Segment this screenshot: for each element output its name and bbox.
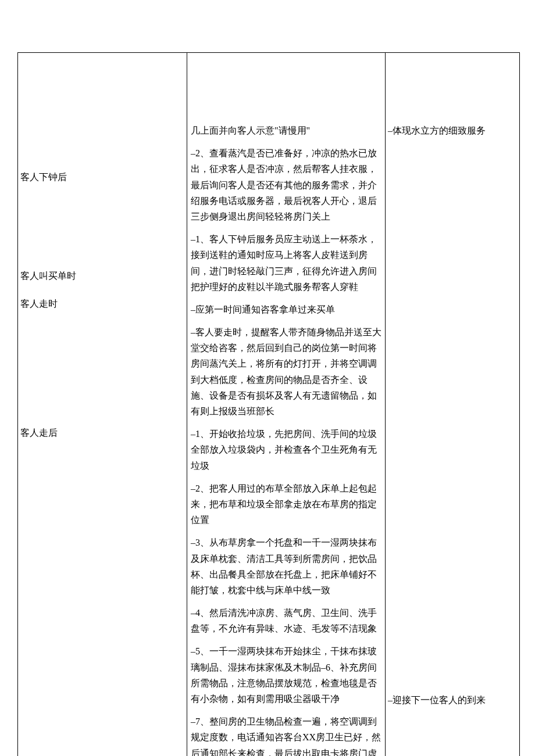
table-row: 客人下钟后 客人叫买单时 客人走时 客人走后 几上面并向客人示意"请慢用" –2… (18, 53, 520, 757)
center-paragraph: –2、把客人用过的布草全部放入床单上起包起来，把布草和垃圾全部拿走放在布草房的指… (191, 481, 381, 528)
document-page: 客人下钟后 客人叫买单时 客人走时 客人走后 几上面并向客人示意"请慢用" –2… (0, 0, 535, 756)
center-column: 几上面并向客人示意"请慢用" –2、查看蒸汽是否已准备好，冲凉的热水已放出，征求… (187, 53, 386, 757)
remark-service-quality: –体现水立方的细致服务 (388, 123, 517, 138)
center-paragraph: –7、整间房的卫生物品检查一遍，将空调调到规定度数，电话通知咨客台XX房卫生已好… (191, 714, 381, 756)
center-paragraph: –1、客人下钟后服务员应主动送上一杯荼水，接到送鞋的通知时应马上将客人皮鞋送到房… (191, 231, 381, 295)
row-label-checkout: 客人叫买单时 (20, 268, 76, 284)
center-paragraph: 几上面并向客人示意"请慢用" (191, 123, 381, 138)
remark-next-guest: –迎接下一位客人的到来 (388, 692, 517, 708)
center-paragraph: –1、开始收拾垃圾，先把房间、洗手间的垃圾全部放入垃圾袋内，并检查各个卫生死角有… (191, 426, 381, 474)
center-paragraph: –2、查看蒸汽是否已准备好，冲凉的热水已放出，征求客人是否冲凉，然后帮客人挂衣服… (191, 145, 381, 224)
right-column: –体现水立方的细致服务 –迎接下一位客人的到来 (386, 53, 520, 757)
service-table: 客人下钟后 客人叫买单时 客人走时 客人走后 几上面并向客人示意"请慢用" –2… (17, 52, 520, 756)
center-paragraph: –5、一千一湿两块抹布开始抹尘，干抹布抹玻璃制品、湿抹布抹家俬及木制品–6、补充… (191, 643, 381, 707)
center-paragraph: –应第一时间通知咨客拿单过来买单 (191, 302, 381, 317)
row-label-after-leave: 客人走后 (20, 425, 58, 440)
row-label-leaving: 客人走时 (20, 296, 58, 311)
center-paragraph: –客人要走时，提醒客人带齐随身物品并送至大堂交给咨客，然后回到自己的岗位第一时间… (191, 324, 381, 419)
left-column: 客人下钟后 客人叫买单时 客人走时 客人走后 (18, 53, 187, 757)
row-label-after-clock: 客人下钟后 (20, 169, 67, 185)
center-paragraph: –4、然后清洗冲凉房、蒸气房、卫生间、洗手盘等，不允许有异味、水迹、毛发等不洁现… (191, 605, 381, 636)
center-paragraph: –3、从布草房拿一个托盘和一千一湿两块抹布及床单枕套、清洁工具等到所需房间，把饮… (191, 535, 381, 598)
